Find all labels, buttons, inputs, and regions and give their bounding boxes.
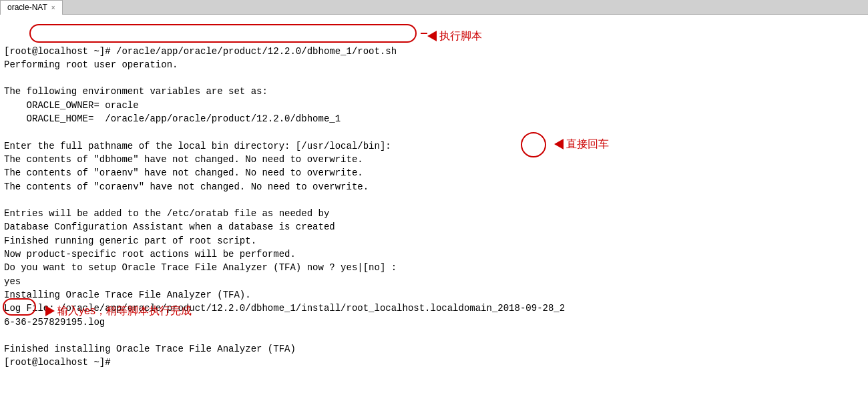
input-yes-annotation: 输入yes，稍等脚本执行完成 [45,303,192,318]
terminal-line-10: The contents of "coraenv" have not chang… [4,180,864,193]
terminal-line-6 [4,125,864,139]
terminal-line-15: Now product-specific root actions will b… [4,248,864,261]
terminal-line-3: The following environment variables are … [4,85,864,98]
arrow-left-icon [45,306,55,316]
terminal-line-8: The contents of "dbhome" have not change… [4,153,864,166]
terminal-line-4: ORACLE_OWNER= oracle [4,99,864,112]
tab-label: oracle-NAT [7,3,47,12]
arrow-right-icon-2 [554,139,564,149]
terminal-window: oracle-NAT × [root@localhost ~]# /oracle… [0,0,868,405]
terminal-line-13: Database Configuration Assistant when a … [4,220,864,234]
terminal-line-14: Finished running generic part of root sc… [4,234,864,248]
terminal-line-23: [root@localhost ~]# [4,356,864,369]
terminal-line-9: The contents of "oraenv" have not change… [4,166,864,179]
terminal-body[interactable]: [root@localhost ~]# /oracle/app/oracle/p… [0,15,868,405]
exec-script-label: 执行脚本 [439,28,482,43]
tab-oracle-nat[interactable]: oracle-NAT × [0,0,63,15]
terminal-line-18: Installing Oracle Trace File Analyzer (T… [4,288,864,302]
terminal-line-17: yes [4,275,864,288]
input-yes-label: 输入yes，稍等脚本执行完成 [57,303,192,318]
terminal-line-21 [4,329,864,342]
press-enter-annotation: 直接回车 [554,136,609,151]
terminal-line-0: [root@localhost ~]# /oracle/app/oracle/p… [4,45,864,58]
tab-close-button[interactable]: × [51,4,55,11]
terminal-line-11 [4,193,864,207]
terminal-line-1: Performing root user operation. [4,58,864,71]
terminal-line-12: Entries will be added to the /etc/oratab… [4,207,864,220]
terminal-line-22: Finished installing Oracle Trace File An… [4,342,864,356]
cmd-highlight-circle [29,24,417,43]
terminal-line-7: Enter the full pathname of the local bin… [4,139,864,153]
exec-script-annotation: 执行脚本 [427,28,482,43]
press-enter-label: 直接回车 [566,136,609,151]
terminal-line-5: ORACLE_HOME= /oracle/app/oracle/product/… [4,112,864,125]
tab-bar: oracle-NAT × [0,0,868,15]
arrow-right-icon [427,31,437,41]
terminal-line-16: Do you want to setup Oracle Trace File A… [4,261,864,274]
terminal-line-2 [4,71,864,85]
terminal-content: [root@localhost ~]# /oracle/app/oracle/p… [4,45,864,370]
